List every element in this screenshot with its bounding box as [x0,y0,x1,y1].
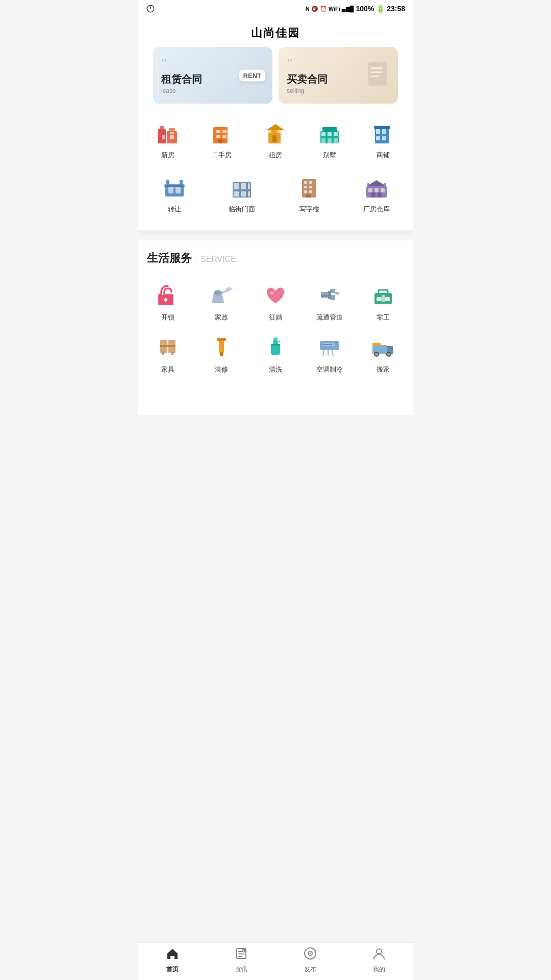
second-hand-label: 二手房 [212,151,232,160]
property-item-new-house[interactable]: 新房 [143,114,193,164]
service-item-parttime[interactable]: 零工 [358,274,408,326]
moving-icon [369,332,397,361]
property-item-warehouse[interactable]: 厂房仓库 [345,168,408,218]
svg-rect-32 [376,129,380,134]
property-item-rent[interactable]: 租房 [251,114,300,164]
svg-rect-106 [372,343,381,346]
street-shop-icon [229,174,255,201]
svg-rect-62 [371,192,375,198]
svg-rect-54 [309,186,312,188]
property-item-shop[interactable]: 商铺 [358,114,408,164]
service-item-aircon[interactable]: 空调制冷 [305,326,355,378]
svg-rect-11 [170,132,174,134]
app-header: 山尚佳园 [138,17,413,47]
svg-rect-22 [278,130,281,133]
svg-rect-60 [374,188,379,192]
svg-rect-36 [374,126,390,129]
svg-rect-45 [241,183,246,189]
alarm-icon: ⏰ [320,6,327,12]
svg-rect-35 [382,136,386,140]
svg-rect-13 [216,130,220,133]
lease-contract-card[interactable]: " 租赁合同 lease RENT [153,47,272,104]
svg-rect-89 [171,352,173,355]
unlock-label: 开锁 [161,313,174,322]
svg-rect-3 [370,71,383,73]
status-icons: N 🔇 ⏰ WiFi ▄▆█ [306,6,354,12]
property-item-street-shop[interactable]: 临街门面 [210,168,273,218]
service-item-housework[interactable]: 家政 [197,274,247,326]
svg-point-105 [387,353,390,356]
service-item-marriage[interactable]: 征婚 [251,274,300,326]
service-item-furniture[interactable]: 家具 [143,326,193,378]
svg-rect-57 [306,194,311,198]
svg-rect-21 [268,130,271,133]
service-item-cleaning[interactable]: 清洗 [251,326,300,378]
status-right: N 🔇 ⏰ WiFi ▄▆█ 100% 🔋 23:58 [306,5,405,13]
property-item-office[interactable]: 写字楼 [278,168,341,218]
svg-rect-28 [328,138,332,143]
service-title: 生活服务 [147,251,192,266]
service-grid-row2: 家具 装修 [143,326,408,378]
svg-rect-8 [169,128,175,131]
status-bar: N 🔇 ⏰ WiFi ▄▆█ 100% 🔋 23:58 [138,0,413,17]
marriage-label: 征婚 [269,313,282,322]
second-hand-icon [208,120,235,146]
svg-rect-17 [218,139,222,143]
svg-rect-87 [160,345,176,347]
property-item-transfer[interactable]: 转让 [143,168,206,218]
furniture-icon [154,332,182,361]
svg-rect-27 [321,138,325,143]
svg-rect-16 [222,135,227,138]
svg-rect-39 [176,187,181,193]
service-subtitle: · SERVICE [196,255,236,264]
svg-rect-52 [309,181,312,184]
service-item-moving[interactable]: 搬家 [358,326,408,378]
transfer-icon [161,174,188,201]
svg-point-95 [273,337,278,340]
svg-rect-84 [382,295,385,302]
svg-rect-4 [370,76,379,77]
aircon-label: 空调制冷 [316,365,343,374]
transfer-label: 转让 [168,205,181,214]
svg-rect-68 [165,300,166,302]
villa-icon [316,120,343,146]
renovation-label: 装修 [215,365,228,374]
mute-icon: 🔇 [311,6,318,12]
svg-line-71 [222,290,229,293]
warehouse-label: 厂房仓库 [363,205,390,214]
svg-rect-10 [170,135,174,139]
svg-rect-1 [368,62,387,86]
svg-point-103 [375,353,378,356]
sell-icon [366,61,391,90]
parttime-icon [369,280,397,309]
svg-rect-79 [321,295,328,298]
svg-point-73 [270,291,273,295]
svg-rect-30 [322,127,337,132]
property-item-second-hand[interactable]: 二手房 [197,114,247,164]
svg-rect-46 [234,191,239,197]
svg-marker-19 [266,124,285,130]
rent-sign: RENT [239,69,265,81]
service-item-unlock[interactable]: 开锁 [143,274,193,326]
parttime-label: 零工 [377,313,390,322]
svg-rect-25 [328,132,332,136]
svg-rect-26 [334,132,338,136]
pipeline-icon [315,280,344,309]
service-item-pipeline[interactable]: 疏通管道 [305,274,355,326]
svg-rect-47 [241,191,246,197]
unlock-icon [154,280,182,309]
property-item-villa[interactable]: 别墅 [305,114,355,164]
property-grid-row2: 转让 临街门面 [143,168,408,218]
svg-rect-83 [385,297,390,301]
battery-icon: 🔋 [376,5,385,13]
svg-rect-20 [272,135,277,142]
cleaning-icon [261,332,290,361]
warehouse-icon [363,174,390,201]
sell-contract-card[interactable]: " 买卖合同 selling [279,47,398,104]
battery-percent: 100% [356,5,374,13]
service-item-renovation[interactable]: 装修 [197,326,247,378]
svg-rect-44 [234,183,239,189]
renovation-icon [207,332,236,361]
furniture-label: 家具 [161,365,174,374]
svg-rect-38 [168,187,173,193]
